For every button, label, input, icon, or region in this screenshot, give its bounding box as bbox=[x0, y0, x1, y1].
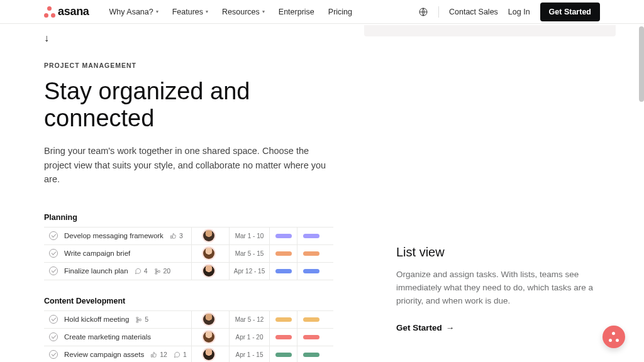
subcopy: Bring your team's work together in one s… bbox=[44, 144, 330, 186]
task-title: Write campaign brief bbox=[64, 250, 130, 257]
task-date: Apr 1 - 20 bbox=[229, 329, 269, 346]
nav-divider bbox=[438, 6, 439, 18]
task-grid: Hold kickoff meeting5Mar 5 - 12Create ma… bbox=[44, 310, 333, 363]
assignee-avatar[interactable] bbox=[203, 230, 214, 241]
login-link[interactable]: Log In bbox=[508, 8, 530, 16]
subtasks-stat: 5 bbox=[135, 315, 148, 323]
nav-links: Why Asana?▾ Features▾ Resources▾ Enterpr… bbox=[109, 8, 352, 16]
task-date: Mar 5 - 15 bbox=[229, 245, 269, 262]
task-title: Review campaign assets bbox=[64, 351, 144, 358]
nav-right: Contact Sales Log In Get Started bbox=[418, 3, 600, 21]
thumbs-up-icon bbox=[170, 233, 177, 239]
chevron-down-icon: ▾ bbox=[206, 9, 208, 14]
check-circle-icon[interactable] bbox=[49, 266, 58, 275]
status-pill bbox=[303, 269, 319, 273]
task-date: Apr 1 - 15 bbox=[229, 346, 269, 363]
asana-logo-icon bbox=[608, 331, 619, 343]
assignee-avatar[interactable] bbox=[203, 265, 214, 277]
assignee-avatar[interactable] bbox=[203, 331, 214, 343]
main-content: PROJECT MANAGEMENT Stay organized and co… bbox=[0, 44, 644, 362]
brand-word: asana bbox=[58, 5, 89, 18]
right-column: List view Organize and assign tasks. Wit… bbox=[396, 44, 597, 362]
help-fab[interactable] bbox=[602, 326, 625, 348]
check-circle-icon[interactable] bbox=[49, 249, 58, 258]
brand-logo[interactable]: asana bbox=[44, 5, 89, 18]
status-pill bbox=[303, 317, 319, 322]
task-row[interactable]: Hold kickoff meeting5Mar 5 - 12 bbox=[44, 311, 333, 329]
nav-features[interactable]: Features▾ bbox=[172, 8, 208, 16]
status-pill bbox=[303, 234, 319, 238]
chevron-down-icon: ▾ bbox=[156, 9, 158, 14]
task-row[interactable]: Write campaign briefMar 5 - 15 bbox=[44, 245, 333, 263]
task-date: Apr 12 - 15 bbox=[229, 263, 269, 280]
subtasks-stat: 20 bbox=[154, 267, 171, 275]
task-row[interactable]: Create marketing materialsApr 1 - 20 bbox=[44, 329, 333, 346]
task-title: Finalize launch plan bbox=[64, 267, 128, 275]
thumbs-up-icon bbox=[150, 351, 157, 358]
globe-icon[interactable] bbox=[418, 7, 428, 17]
status-pill bbox=[303, 353, 319, 357]
nav-pricing[interactable]: Pricing bbox=[328, 8, 352, 16]
status-pill bbox=[275, 234, 292, 238]
get-started-link[interactable]: Get Started → bbox=[396, 323, 454, 332]
asana-logo-icon bbox=[44, 6, 55, 18]
nav-resources[interactable]: Resources▾ bbox=[222, 8, 265, 16]
demo-panel-decor bbox=[364, 25, 616, 36]
nav-enterprise[interactable]: Enterprise bbox=[279, 8, 314, 16]
cta-link-label: Get Started bbox=[396, 323, 442, 332]
headline: Stay organized and connected bbox=[44, 78, 333, 131]
nav-why-asana[interactable]: Why Asana?▾ bbox=[109, 8, 158, 16]
status-pill bbox=[275, 317, 292, 322]
check-circle-icon[interactable] bbox=[49, 332, 58, 341]
task-grid: Develop messaging framework3Mar 1 - 10Wr… bbox=[44, 227, 333, 280]
arrow-right-icon: → bbox=[446, 323, 455, 332]
chat-bubble-icon bbox=[135, 268, 142, 275]
status-pill bbox=[275, 269, 292, 273]
check-circle-icon[interactable] bbox=[49, 231, 58, 240]
task-date: Mar 5 - 12 bbox=[229, 311, 269, 328]
task-date: Mar 1 - 10 bbox=[229, 228, 269, 244]
list-view-copy: Organize and assign tasks. With lists, t… bbox=[396, 268, 597, 308]
assignee-avatar[interactable] bbox=[203, 349, 214, 360]
status-pill bbox=[275, 353, 292, 357]
status-pill bbox=[303, 251, 319, 256]
scrollbar-thumb[interactable] bbox=[639, 26, 644, 102]
chat-bubble-icon bbox=[174, 351, 180, 358]
likes-stat: 12 bbox=[150, 351, 167, 358]
comments-stat: 4 bbox=[135, 267, 148, 275]
status-pill bbox=[275, 251, 292, 256]
subtask-icon bbox=[135, 316, 142, 323]
contact-sales-link[interactable]: Contact Sales bbox=[449, 8, 498, 16]
assignee-avatar[interactable] bbox=[203, 248, 214, 259]
check-circle-icon[interactable] bbox=[49, 315, 58, 324]
status-pill bbox=[303, 335, 319, 339]
likes-stat: 3 bbox=[170, 232, 183, 239]
group-label: Planning bbox=[44, 213, 333, 222]
task-title: Create marketing materials bbox=[64, 333, 151, 341]
assignee-avatar[interactable] bbox=[203, 314, 214, 325]
left-column: PROJECT MANAGEMENT Stay organized and co… bbox=[44, 44, 333, 362]
comments-stat: 1 bbox=[174, 351, 187, 358]
task-row[interactable]: Finalize launch plan420Apr 12 - 15 bbox=[44, 263, 333, 280]
eyebrow-label: PROJECT MANAGEMENT bbox=[44, 62, 333, 69]
check-circle-icon[interactable] bbox=[49, 350, 58, 359]
chevron-down-icon: ▾ bbox=[262, 9, 265, 14]
task-title: Hold kickoff meeting bbox=[64, 315, 129, 323]
group-label: Content Development bbox=[44, 297, 333, 305]
task-row[interactable]: Develop messaging framework3Mar 1 - 10 bbox=[44, 228, 333, 245]
status-pill bbox=[275, 335, 292, 339]
get-started-button[interactable]: Get Started bbox=[540, 3, 600, 21]
list-view-title: List view bbox=[396, 245, 597, 260]
main-navbar: asana Why Asana?▾ Features▾ Resources▾ E… bbox=[0, 0, 644, 24]
task-row[interactable]: Review campaign assets121Apr 1 - 15 bbox=[44, 346, 333, 363]
task-title: Develop messaging framework bbox=[64, 232, 164, 239]
subtask-icon bbox=[154, 268, 161, 275]
